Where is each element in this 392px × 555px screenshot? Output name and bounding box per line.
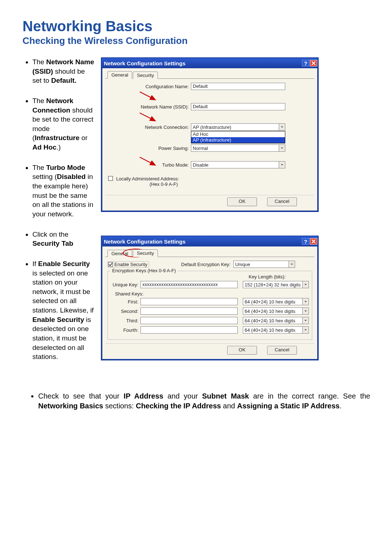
- tab-general[interactable]: General: [107, 250, 132, 257]
- dropdown-connection-options[interactable]: Ad Hoc AP (Infrastructure): [191, 131, 285, 143]
- chevron-down-icon: [289, 261, 295, 268]
- dialog-security-title: Network Configuration Settings: [104, 238, 185, 245]
- legend-encryption-keys: Encryption Keys (Hex 0-9 A-F): [111, 268, 177, 273]
- label-ssid: Network Name (SSID):: [105, 104, 191, 110]
- label-shared-keys: Shared Keys:: [115, 291, 309, 297]
- label-laa-hex: (Hex 0-9 A-F): [116, 181, 178, 187]
- select-third-key-length[interactable]: 64 (40+24) 10 hex digits: [243, 317, 309, 324]
- label-config-name: Configuration Name:: [105, 84, 191, 89]
- input-config-name[interactable]: Default: [191, 83, 285, 90]
- input-third-key[interactable]: [140, 317, 238, 324]
- label-laa: Locally Administered Address:: [116, 176, 179, 181]
- input-second-key[interactable]: [140, 307, 238, 315]
- tabs-general-dialog: General Security: [105, 70, 314, 79]
- input-unique-key[interactable]: xxxxxxxxxxxxxxxxxxxxxxxxxxxxxxxx: [140, 281, 238, 288]
- tab-security[interactable]: Security: [133, 249, 158, 257]
- bullet-ssid: The Network Name (SSID) should be set to…: [32, 57, 94, 85]
- chevron-down-icon: [302, 327, 309, 333]
- tab-general[interactable]: General: [107, 71, 132, 79]
- close-icon[interactable]: [310, 60, 317, 66]
- select-unique-key-length[interactable]: 152 (128+24) 32 hex digits: [243, 281, 309, 288]
- select-power-saving[interactable]: Normal: [191, 144, 285, 152]
- dialog-general-titlebar: Network Configuration Settings ?: [102, 58, 318, 68]
- page-title-sub: Checking the Wireless Configuration: [23, 35, 370, 46]
- header-key-length: Key Length (bits):: [249, 274, 309, 279]
- label-unique-key: Unique Key:: [111, 282, 140, 287]
- option-ap-infrastructure[interactable]: AP (Infrastructure): [191, 137, 285, 143]
- chevron-down-icon: [302, 298, 309, 305]
- tab-security[interactable]: Security: [133, 72, 158, 79]
- bullet-turbo: The Turbo Mode setting (Disabled in the …: [32, 163, 94, 219]
- dialog-general-title: Network Configuration Settings: [104, 60, 185, 66]
- bullet-connection: The Network Connection should be set to …: [32, 96, 94, 152]
- chevron-down-icon: [302, 308, 309, 314]
- cancel-button[interactable]: Cancel: [267, 346, 297, 355]
- right-column: Network Configuration Settings ? General…: [101, 57, 370, 384]
- option-ad-hoc[interactable]: Ad Hoc: [191, 131, 285, 137]
- label-fourth-key: Fourth:: [111, 327, 140, 333]
- chevron-down-icon: [302, 317, 309, 324]
- close-icon[interactable]: [310, 238, 317, 245]
- checkmark-icon: [108, 262, 113, 267]
- ok-button[interactable]: OK: [227, 197, 257, 206]
- input-ssid[interactable]: Default: [191, 103, 285, 110]
- help-icon[interactable]: ?: [302, 60, 309, 66]
- select-fourth-key-length[interactable]: 64 (40+24) 10 hex digits: [243, 326, 309, 334]
- select-first-key-length[interactable]: 64 (40+24) 10 hex digits: [243, 298, 309, 305]
- cancel-button[interactable]: Cancel: [267, 197, 297, 206]
- bottom-paragraph: Check to see that your IP Address and yo…: [25, 391, 370, 411]
- bullet-ip-subnet: Check to see that your IP Address and yo…: [38, 391, 370, 411]
- help-icon[interactable]: ?: [302, 238, 309, 245]
- label-power-saving: Power Saving:: [105, 146, 191, 151]
- chevron-down-icon: [279, 124, 285, 130]
- chevron-down-icon: [302, 281, 309, 288]
- select-second-key-length[interactable]: 64 (40+24) 10 hex digits: [243, 307, 309, 315]
- left-column: The Network Name (SSID) should be set to…: [25, 57, 94, 384]
- label-connection: Network Connection:: [105, 125, 191, 130]
- input-first-key[interactable]: [140, 298, 238, 305]
- chevron-down-icon: [279, 162, 285, 168]
- dialog-general: Network Configuration Settings ? General…: [101, 57, 319, 212]
- bullet-security-tab: Click on the Security Tab: [32, 230, 94, 248]
- label-first-key: First:: [111, 299, 140, 305]
- page-title-main: Networking Basics: [23, 18, 370, 34]
- label-second-key: Second:: [111, 309, 140, 314]
- select-default-encryption-key[interactable]: Unique: [233, 261, 295, 268]
- dialog-security-titlebar: Network Configuration Settings ?: [102, 236, 318, 246]
- ok-button[interactable]: OK: [227, 346, 257, 355]
- label-third-key: Third:: [111, 318, 140, 323]
- bullet-enable-security: If Enable Security is selected on one st…: [32, 259, 94, 362]
- input-fourth-key[interactable]: [140, 326, 238, 334]
- checkbox-laa[interactable]: [108, 176, 113, 181]
- label-default-encryption-key: Default Encryption Key:: [181, 262, 230, 267]
- label-turbo-mode: Turbo Mode:: [105, 162, 191, 168]
- select-connection[interactable]: AP (Infrastructure): [191, 123, 285, 131]
- fieldset-encryption-keys: Encryption Keys (Hex 0-9 A-F) Key Length…: [107, 271, 312, 340]
- dialog-security: Network Configuration Settings ? General…: [101, 236, 319, 360]
- select-turbo-mode[interactable]: Disable: [191, 161, 285, 168]
- tabs-security-dialog: General Security: [105, 249, 314, 257]
- chevron-down-icon: [279, 145, 285, 151]
- checkbox-enable-security[interactable]: Enable Security: [107, 261, 149, 268]
